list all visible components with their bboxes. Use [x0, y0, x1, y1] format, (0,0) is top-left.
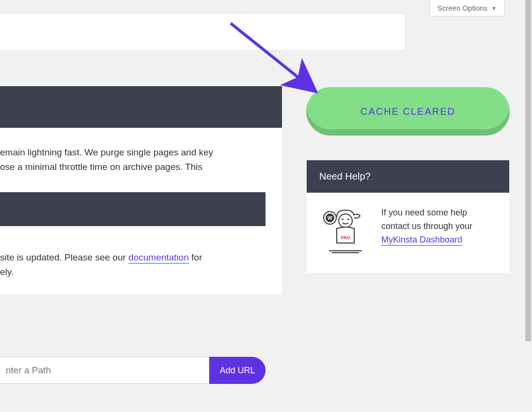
help-title: Need Help? — [307, 160, 509, 193]
screen-options-button[interactable]: Screen Options ▼ — [429, 0, 505, 16]
section-header-2 — [0, 192, 266, 226]
chevron-down-icon: ▼ — [491, 5, 497, 11]
screen-options-label: Screen Options — [438, 4, 487, 12]
section-body-2: site is updated. Please see our document… — [0, 226, 282, 294]
mykinsta-dashboard-link[interactable]: MyKinsta Dashboard — [381, 235, 462, 246]
vertical-scrollbar[interactable] — [524, 0, 532, 412]
section-body-1: emain lightning fast. We purge single pa… — [0, 128, 282, 192]
svg-text:W: W — [328, 215, 333, 221]
help-text: If you need some help contact us through… — [381, 206, 497, 247]
help-text-before: If you need some help contact us through… — [381, 208, 472, 231]
add-url-button[interactable]: Add URL — [209, 357, 266, 384]
path-input[interactable] — [0, 357, 209, 384]
cache-cleared-button[interactable]: CACHE CLEARED — [306, 87, 510, 136]
svg-point-4 — [339, 214, 352, 228]
pro-badge: PRO — [341, 235, 350, 240]
documentation-link[interactable]: documentation — [128, 252, 189, 264]
body2-before: site is updated. Please see our — [0, 252, 128, 262]
scrollbar-thumb[interactable] — [525, 0, 531, 341]
section-header-1 — [0, 86, 282, 128]
help-card: Need Help? W PRO — [306, 160, 510, 274]
help-illustration-icon: W PRO — [319, 206, 368, 257]
main-card: emain lightning fast. We purge single pa… — [0, 86, 282, 294]
top-panel — [0, 14, 406, 50]
url-input-section: Add URL — [0, 318, 266, 403]
